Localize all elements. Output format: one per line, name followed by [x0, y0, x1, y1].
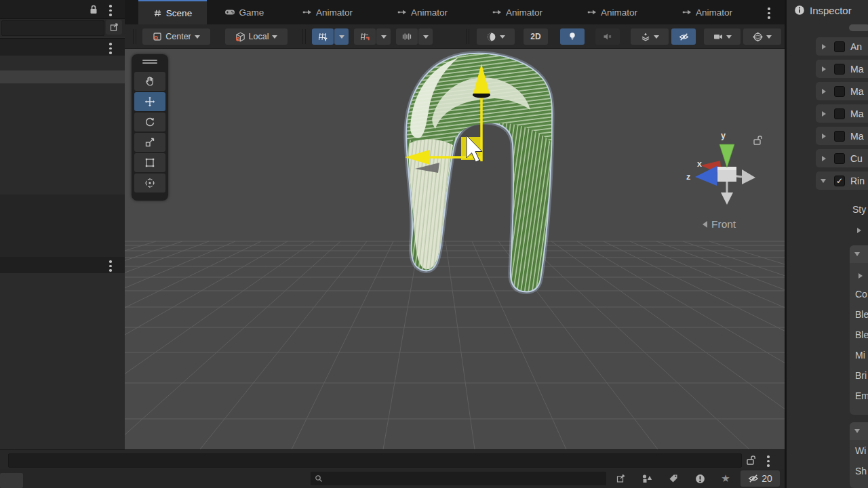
foldout-arrow-icon[interactable]	[822, 89, 826, 94]
component-row[interactable]: Ma	[816, 82, 868, 100]
left-dock	[0, 0, 126, 449]
kebab-menu-icon[interactable]	[767, 455, 770, 467]
scrollbar-thumb[interactable]	[849, 24, 868, 31]
scene-canvas[interactable]	[125, 49, 785, 449]
gizmos-dropdown[interactable]	[743, 28, 781, 45]
drag-handle[interactable]	[142, 60, 157, 61]
component-row[interactable]: Ma	[816, 104, 868, 123]
foldout-open-arrow-icon[interactable]	[821, 179, 826, 183]
chevron-down-icon	[654, 35, 659, 39]
filter-by-label-button[interactable]	[665, 471, 682, 486]
component-checkbox[interactable]	[834, 41, 845, 52]
warnings-button[interactable]	[691, 471, 709, 486]
snap-settings-dropdown[interactable]	[376, 28, 391, 45]
search-field[interactable]	[311, 472, 606, 485]
snap-increment-button[interactable]	[396, 28, 418, 45]
y-axis-cone[interactable]	[719, 144, 734, 167]
tab-scene[interactable]: Scene	[138, 0, 207, 24]
scene-viewport[interactable]: y x z Front	[125, 49, 785, 449]
corner-tab[interactable]	[0, 473, 23, 488]
tab-animator-1[interactable]: Animator	[285, 0, 370, 24]
animator-icon	[682, 8, 692, 16]
effects-dropdown[interactable]	[631, 28, 669, 45]
foldout-arrow-icon[interactable]	[822, 44, 826, 49]
lock-icon[interactable]	[89, 4, 98, 18]
bottom-panel-header	[0, 449, 785, 469]
tab-animator-3[interactable]: Animator	[475, 0, 560, 24]
component-row[interactable]: An	[816, 37, 868, 56]
component-row[interactable]: Ma	[816, 127, 868, 145]
favorites-star-button[interactable]: ★	[717, 471, 734, 486]
hidden-objects-badge[interactable]: 20	[741, 470, 780, 487]
left-dock-selected-row[interactable]	[0, 70, 125, 83]
foldout-arrow-icon[interactable]	[822, 66, 826, 72]
scene-lighting-toggle[interactable]	[560, 28, 585, 45]
inspector-foldout-box-2: Wi Sh	[850, 422, 868, 488]
drag-handle[interactable]	[142, 62, 157, 64]
component-label: Ma	[850, 108, 863, 119]
shading-mode-dropdown[interactable]	[477, 28, 515, 45]
tab-game[interactable]: Game	[213, 0, 275, 24]
kebab-menu-icon[interactable]	[109, 260, 112, 272]
component-checkbox[interactable]	[834, 64, 845, 75]
grid-visibility-toggle[interactable]	[312, 28, 334, 45]
view-orientation-label: Front	[711, 218, 736, 230]
grid-settings-dropdown[interactable]	[334, 28, 349, 45]
filter-by-type-button[interactable]	[638, 471, 656, 486]
foldout-section-header[interactable]	[850, 422, 868, 440]
component-label: An	[850, 41, 862, 52]
property-label: Ble	[855, 309, 868, 320]
2d-mode-toggle[interactable]: 2D	[524, 28, 548, 45]
left-dock-header-2	[0, 38, 125, 56]
component-row[interactable]: Ma	[816, 60, 868, 78]
foldout-arrow-icon[interactable]	[857, 228, 861, 233]
orientation-gizmo[interactable]	[695, 144, 755, 205]
rect-tool-button[interactable]	[134, 153, 165, 172]
open-in-window-button[interactable]	[612, 471, 629, 486]
component-row[interactable]: Cu	[816, 149, 868, 167]
tab-animator-4[interactable]: Animator	[570, 0, 655, 24]
rotation-lock-icon[interactable]	[753, 134, 764, 148]
kebab-menu-icon[interactable]	[768, 7, 770, 19]
component-checkbox[interactable]	[834, 131, 845, 142]
transform-tool-button[interactable]	[134, 174, 165, 192]
animator-icon	[397, 8, 407, 16]
tab-animator-5[interactable]: Animator	[665, 0, 750, 24]
snap-toggle[interactable]	[354, 28, 376, 45]
pivot-mode-button[interactable]: Center	[142, 28, 210, 45]
search-input[interactable]	[326, 473, 587, 484]
lock-open-icon[interactable]	[746, 454, 757, 468]
increment-settings-dropdown[interactable]	[418, 28, 433, 45]
chevron-down-icon	[339, 35, 344, 39]
axis-cone-down[interactable]	[721, 192, 733, 205]
camera-settings-dropdown[interactable]	[704, 28, 741, 45]
kebab-menu-icon[interactable]	[109, 5, 112, 16]
view-orientation-button[interactable]: Front	[703, 218, 736, 230]
scale-tool-button[interactable]	[134, 133, 165, 152]
inspector-panel: Inspector An Ma Ma Ma Ma Cu ✓ Rin Sty	[785, 0, 868, 488]
foldout-arrow-icon[interactable]	[822, 156, 826, 161]
component-checkbox[interactable]	[834, 108, 845, 119]
component-checkbox[interactable]	[834, 153, 845, 164]
dock-field[interactable]	[1, 20, 104, 36]
axis-cone-right[interactable]	[742, 169, 755, 184]
z-axis-cone[interactable]	[695, 166, 717, 186]
breadcrumb-strip[interactable]	[8, 453, 742, 468]
foldout-arrow-icon[interactable]	[822, 111, 826, 117]
scene-visibility-toggle[interactable]	[671, 28, 696, 45]
audio-mute-toggle[interactable]	[595, 28, 620, 45]
component-checkbox[interactable]	[834, 86, 845, 97]
tab-animator-2[interactable]: Animator	[380, 0, 465, 24]
open-in-window-button[interactable]	[106, 20, 122, 35]
move-tool-button[interactable]	[134, 92, 165, 111]
foldout-arrow-icon[interactable]	[859, 273, 863, 279]
component-checkbox-checked[interactable]: ✓	[834, 176, 845, 186]
foldout-arrow-icon[interactable]	[822, 134, 826, 139]
rotate-tool-button[interactable]	[134, 113, 165, 131]
effects-layers-icon	[641, 33, 650, 41]
coordinate-space-button[interactable]: Local	[225, 28, 288, 45]
kebab-menu-icon[interactable]	[109, 43, 112, 54]
component-row-expanded[interactable]: ✓ Rin	[816, 171, 868, 190]
foldout-section-header[interactable]	[850, 245, 868, 263]
hand-tool-button[interactable]	[134, 72, 165, 91]
